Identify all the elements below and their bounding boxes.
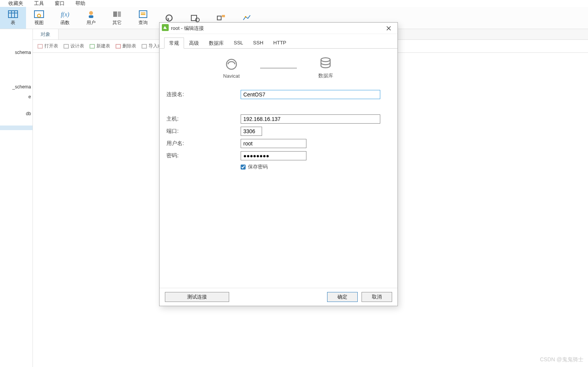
ribbon-label: 其它 (112, 20, 122, 26)
svg-rect-9 (113, 11, 117, 17)
input-host[interactable] (241, 114, 380, 124)
row-host: 主机: (166, 114, 391, 124)
svg-rect-10 (118, 11, 121, 17)
sidebar-item-_schema[interactable]: _schema (0, 82, 33, 92)
menu-window[interactable]: 窗口 (55, 0, 65, 7)
navicat-icon (224, 58, 239, 71)
tab-ssl[interactable]: SSL (229, 38, 248, 49)
tab-advanced[interactable]: 高级 (184, 38, 204, 49)
menubar: 收藏夹 工具 窗口 帮助 (0, 0, 588, 7)
ribbon-user[interactable]: 用户 (78, 7, 104, 29)
ribbon-label: 视图 (34, 20, 44, 26)
row-connection-name: 连接名: (166, 90, 391, 99)
svg-rect-20 (38, 44, 42, 48)
tab-database[interactable]: 数据库 (204, 38, 229, 49)
ribbon-function[interactable]: f(x) 函数 (52, 7, 78, 29)
svg-rect-21 (64, 44, 68, 48)
label-username: 用户名: (166, 140, 241, 147)
watermark: CSDN @鬼鬼骑士 (540, 356, 583, 363)
svg-rect-18 (222, 15, 225, 17)
svg-point-5 (37, 14, 41, 17)
ribbon-other[interactable]: 其它 (104, 7, 130, 29)
svg-rect-23 (116, 44, 121, 48)
label-password: 密码: (166, 152, 241, 159)
dialog-body: Navicat 数据库 连接名: 主机: 端口: 用户名: 密码: (160, 49, 397, 288)
svg-rect-22 (90, 44, 94, 48)
dialog-tabs: 常规 高级 数据库 SSL SSH HTTP (160, 34, 397, 49)
diagram-database: 数据库 (305, 57, 347, 79)
diagram-connector (260, 68, 297, 69)
close-icon (386, 26, 391, 31)
row-save-password: 保存密码 (241, 163, 391, 170)
dialog-footer: 测试连接 确定 取消 (160, 288, 397, 306)
btn-new-table[interactable]: 新建表 (87, 42, 112, 51)
edit-connection-dialog: root - 编辑连接 常规 高级 数据库 SSL SSH HTTP Navic… (159, 22, 398, 306)
ribbon-label: 函数 (60, 20, 70, 26)
chart-icon (242, 13, 252, 23)
svg-rect-8 (89, 15, 93, 18)
svg-point-7 (89, 11, 93, 15)
table-icon (8, 10, 18, 19)
ribbon-view[interactable]: 视图 (26, 7, 52, 29)
backup-icon (164, 13, 174, 23)
diagram-navicat: Navicat (210, 58, 252, 79)
row-username: 用户名: (166, 139, 391, 148)
btn-design-table[interactable]: 设计表 (61, 42, 86, 51)
sidebar-item-db[interactable]: db (0, 109, 33, 119)
menu-help[interactable]: 帮助 (75, 0, 85, 7)
menu-favorites[interactable]: 收藏夹 (8, 0, 23, 7)
dialog-titlebar: root - 编辑连接 (160, 23, 397, 34)
svg-point-14 (166, 15, 172, 21)
query-icon (138, 10, 148, 19)
row-password: 密码: (166, 151, 391, 160)
tab-objects[interactable]: 对象 (33, 29, 59, 39)
input-password[interactable] (241, 151, 306, 160)
svg-rect-17 (217, 16, 221, 20)
svg-rect-0 (8, 11, 18, 18)
app-icon (162, 24, 169, 32)
user-icon (86, 10, 96, 19)
dialog-title: root - 编辑连接 (171, 25, 381, 32)
database-icon (319, 57, 332, 70)
tab-ssh[interactable]: SSH (248, 38, 269, 49)
function-icon: f(x) (60, 10, 70, 19)
tab-general[interactable]: 常规 (164, 38, 184, 49)
svg-point-16 (195, 18, 199, 22)
btn-label: 打开表 (44, 43, 58, 49)
btn-label: 删除表 (122, 43, 136, 49)
menu-tools[interactable]: 工具 (34, 0, 44, 7)
label-save-password: 保存密码 (248, 163, 268, 170)
input-username[interactable] (241, 139, 306, 148)
tab-http[interactable]: HTTP (268, 38, 291, 49)
diagram-label: Navicat (223, 73, 239, 79)
btn-label: 新建表 (96, 43, 110, 49)
close-button[interactable] (381, 23, 397, 34)
ribbon-label: 用户 (86, 20, 96, 26)
diagram-label: 数据库 (318, 72, 333, 79)
label-connection-name: 连接名: (166, 91, 241, 98)
checkbox-save-password[interactable] (241, 165, 246, 170)
view-icon (34, 10, 44, 19)
input-port[interactable] (241, 127, 262, 136)
label-port: 端口: (166, 128, 241, 135)
btn-delete-table[interactable]: 删除表 (113, 42, 138, 51)
cancel-button[interactable]: 取消 (362, 292, 392, 302)
sidebar-item-selected[interactable] (0, 126, 33, 130)
other-icon (112, 10, 122, 19)
svg-point-19 (245, 16, 246, 18)
btn-open-table[interactable]: 打开表 (35, 42, 60, 51)
connection-diagram: Navicat 数据库 (166, 57, 391, 79)
sidebar-item-schema[interactable]: schema (0, 47, 33, 57)
svg-text:f(x): f(x) (61, 11, 69, 18)
input-connection-name[interactable] (241, 90, 380, 99)
svg-point-29 (321, 58, 330, 62)
ribbon-label: 表 (11, 20, 15, 26)
ribbon-table[interactable]: 表 (0, 7, 26, 29)
model-icon (216, 13, 226, 23)
sidebar: schema _schema e db (0, 29, 33, 367)
schedule-icon (190, 13, 200, 23)
ok-button[interactable]: 确定 (327, 292, 358, 302)
ribbon-query[interactable]: 查询 (130, 7, 156, 29)
test-connection-button[interactable]: 测试连接 (165, 292, 229, 302)
sidebar-item-e[interactable]: e (0, 92, 33, 102)
